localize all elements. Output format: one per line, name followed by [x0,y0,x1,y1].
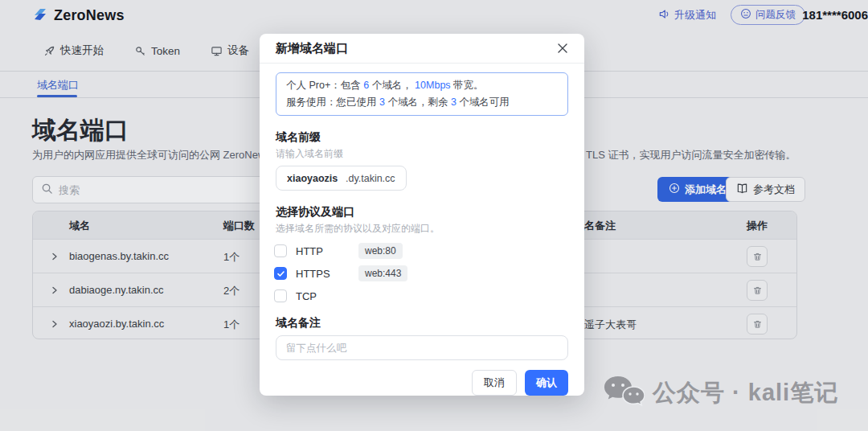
prefix-label: 域名前缀 [276,129,568,145]
plan-bandwidth: 10Mbps [415,80,450,91]
protocol-name: TCP [296,290,317,302]
domain-prefix-field[interactable]: .dy.takin.cc [276,166,407,191]
protocol-name: HTTPS [296,268,330,280]
protocol-hint: 选择域名所需的协议以及对应的端口。 [276,222,568,236]
plan-info-line2: 服务使用：您已使用 3 个域名，剩余 3 个域名可用 [286,94,558,111]
port-tag: web:80 [358,243,403,259]
prefix-hint: 请输入域名前缀 [276,147,568,161]
plan-info-box: 个人 Pro+：包含 6 个域名， 10Mbps 带宽。 服务使用：您已使用 3… [276,72,568,116]
app-screen: ZeroNews 升级通知 问题反馈 181****6006 快速开始 [0,0,868,431]
plan-info-line1: 个人 Pro+：包含 6 个域名， 10Mbps 带宽。 [286,77,558,94]
protocol-label: 选择协议及端口 [276,203,568,220]
add-domain-modal: 新增域名端口 个人 Pro+：包含 6 个域名， 10Mbps 带宽。 服务使用… [260,34,584,396]
https-checkbox[interactable] [274,267,287,280]
modal-header: 新增域名端口 [260,34,584,64]
protocol-row-https: HTTPS web:443 [276,266,568,281]
confirm-button[interactable]: 确认 [525,370,568,396]
watermark: 公众号 · kali笔记 [603,375,838,412]
watermark-text: 公众号 · kali笔记 [653,377,838,409]
remark-input[interactable] [276,335,568,360]
http-checkbox[interactable] [274,244,287,257]
modal-title: 新增域名端口 [276,41,348,56]
cancel-button[interactable]: 取消 [472,370,517,396]
remaining-domain-count: 3 [451,96,457,108]
remark-label: 域名备注 [276,314,568,330]
tcp-checkbox[interactable] [274,289,287,302]
protocol-name: HTTP [296,245,323,257]
domain-suffix: .dy.takin.cc [346,173,395,184]
close-icon[interactable] [557,43,568,54]
protocol-row-http: HTTP web:80 [276,244,568,258]
wechat-icon [603,375,645,412]
port-tag: web:443 [358,265,407,281]
used-domain-count: 3 [379,96,385,108]
modal-footer: 取消 确认 [276,370,568,396]
modal-body: 个人 Pro+：包含 6 个域名， 10Mbps 带宽。 服务使用：您已使用 3… [260,64,584,396]
prefix-input[interactable] [287,173,342,184]
protocol-row-tcp: TCP [276,289,568,303]
protocol-list: HTTP web:80 HTTPS web:443 TCP [276,244,568,303]
